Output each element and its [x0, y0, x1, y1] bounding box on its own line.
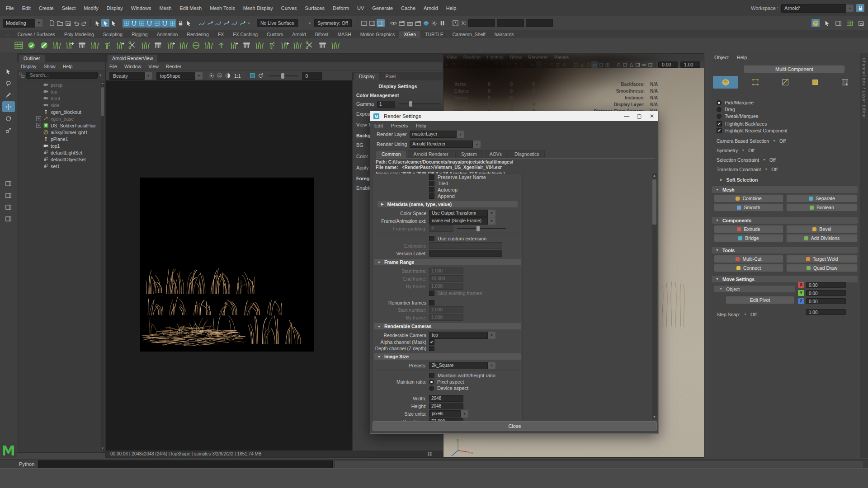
chevron-right-icon[interactable]: ▶: [720, 178, 722, 182]
shelf-tab-arnold[interactable]: Arnold: [288, 31, 310, 38]
checkbox[interactable]: ✔: [429, 339, 434, 345]
outliner-item-top[interactable]: top: [17, 88, 105, 95]
outliner-item-set1[interactable]: set1: [17, 163, 105, 169]
shelf-tab-fx-caching[interactable]: FX Caching: [228, 31, 262, 38]
panel-layout-icon-3[interactable]: [377, 19, 385, 27]
outliner-item-aiskydomelight1[interactable]: aiSkyDomeLight1: [17, 129, 105, 136]
section-tools[interactable]: ▼Tools: [712, 247, 858, 253]
snap-toggle-6[interactable]: [161, 19, 169, 28]
xgen-guides-to-curves-icon[interactable]: [241, 39, 252, 51]
button-quad-draw[interactable]: Quad Draw: [786, 264, 858, 272]
status-grid-icon[interactable]: [427, 450, 433, 457]
button-multi-cut[interactable]: Multi-Cut: [714, 255, 783, 263]
dialog-tab-common[interactable]: Common: [376, 150, 407, 158]
rotate-tool-button[interactable]: [2, 113, 15, 124]
button-combine[interactable]: Combine: [714, 194, 783, 202]
axis-y-field[interactable]: 0.00: [806, 290, 846, 296]
outliner-search-input[interactable]: Search...: [26, 72, 98, 79]
tab-pixel[interactable]: Pixel: [381, 73, 400, 80]
menu-create[interactable]: Create: [35, 4, 58, 12]
xgen-enable-preview-icon[interactable]: [25, 39, 37, 51]
dialog-scroll-thumb[interactable]: [652, 179, 656, 225]
chevron-down-icon[interactable]: ▼: [488, 362, 495, 369]
radio-drag[interactable]: Drag: [717, 106, 735, 113]
outliner-item-xgen-base[interactable]: +xgen_base: [17, 115, 105, 122]
xgen-attach-description-icon[interactable]: [76, 39, 88, 51]
dropdown-size-units[interactable]: pixels: [429, 410, 461, 418]
xgen-comb-brush-icon[interactable]: [89, 39, 100, 51]
menu-surfaces[interactable]: Surfaces: [301, 4, 329, 12]
redo-icon[interactable]: [80, 19, 88, 27]
xgen-modifier-coil-icon[interactable]: [316, 39, 328, 51]
gamma-field[interactable]: 1: [377, 101, 395, 108]
xgen-create-description-icon[interactable]: [51, 39, 62, 51]
xgen-curves-to-guides-icon[interactable]: [253, 39, 265, 51]
xgen-editor-icon[interactable]: [13, 39, 24, 51]
select-object-icon[interactable]: [109, 19, 118, 27]
lock-selection-icon[interactable]: [176, 19, 184, 27]
render-camera-selector[interactable]: topShape▼: [156, 72, 203, 80]
drop-transform-constraint[interactable]: Transform Constraint▼Off: [717, 166, 778, 173]
checkbox[interactable]: [429, 291, 434, 296]
outliner-scroll-thumb[interactable]: [101, 87, 104, 116]
select-hierarchy-icon[interactable]: [101, 19, 109, 27]
panel-layout-icon-1[interactable]: [360, 19, 368, 27]
radio-indicator[interactable]: [717, 114, 722, 119]
render-view-icon[interactable]: [390, 19, 398, 27]
tool-mode-dropdown-arrow[interactable]: ▼: [35, 19, 42, 27]
chevron-down-icon[interactable]: ▼: [719, 287, 722, 291]
rgba-channels-icon[interactable]: rgb: [215, 72, 223, 80]
curve-snap-icon-5[interactable]: [230, 19, 238, 27]
outliner-item-us-soldierfacialhair[interactable]: +US_SoldierFacialHair: [17, 122, 105, 129]
dialog-tab-system[interactable]: System: [455, 150, 483, 158]
crop-region-icon[interactable]: [249, 72, 257, 80]
xgen-export-patches-icon[interactable]: [266, 39, 278, 51]
display-render-settings-icon[interactable]: [430, 19, 439, 27]
snap-toggle-2[interactable]: [130, 19, 138, 28]
shelf-tab-cameron-shelf[interactable]: Cameron_Shelf: [448, 31, 490, 38]
menu-arnold[interactable]: Arnold: [420, 4, 442, 12]
section-metadata-name-type-value[interactable]: ▶Metadata (name, type, value): [377, 201, 518, 207]
menu-mesh-tools[interactable]: Mesh Tools: [206, 4, 239, 12]
step-snap-field[interactable]: 1.00: [806, 309, 846, 315]
xgen-modifier-noise-icon[interactable]: [329, 39, 341, 51]
aov-selector[interactable]: Beauty▼: [109, 72, 152, 80]
symmetry-field[interactable]: Symmetry: Off: [314, 19, 352, 27]
shelf-tab-poly-modeling[interactable]: Poly Modeling: [60, 31, 99, 38]
dropdown-color-space[interactable]: Use Output Transform: [429, 210, 488, 217]
vertex-mode-button[interactable]: [743, 76, 768, 89]
curve-snap-icon-1[interactable]: [198, 19, 206, 27]
renderview-menu-file[interactable]: File: [106, 64, 121, 69]
save-icon[interactable]: [64, 19, 72, 27]
outliner-item-pplane1[interactable]: pPlane1: [17, 136, 105, 142]
radio-indicator[interactable]: [429, 386, 434, 391]
chevron-down-icon[interactable]: ▼: [461, 410, 468, 418]
menu-file[interactable]: File: [2, 4, 18, 12]
outliner-item-top1[interactable]: top1: [17, 142, 105, 149]
outliner-menu-show[interactable]: Show: [40, 64, 59, 69]
checkbox[interactable]: [429, 181, 434, 186]
shelf-tab-fx[interactable]: FX: [213, 31, 228, 38]
maximize-icon[interactable]: ▢: [633, 111, 646, 121]
workspace-lock-icon[interactable]: [856, 4, 864, 12]
xgen-place-guides-icon[interactable]: [139, 39, 151, 51]
shelf-menu-icon[interactable]: ≡: [6, 32, 9, 38]
outliner-item-defaultlightset[interactable]: defaultLightSet: [17, 149, 105, 156]
select-tool-icon[interactable]: [93, 19, 101, 27]
checkbox[interactable]: [429, 300, 434, 305]
multi-component-button[interactable]: Multi-Component: [744, 65, 845, 73]
render-using-dropdown-arrow[interactable]: ▼: [473, 141, 481, 148]
outliner-item-persp[interactable]: persp: [17, 81, 105, 88]
snap-toggle-1[interactable]: [123, 19, 130, 28]
workspace-toggle-icon-2[interactable]: [823, 19, 831, 27]
command-language-toggle[interactable]: Python: [19, 461, 34, 467]
dropdown-renderable-camera[interactable]: top: [429, 332, 488, 339]
outliner-item-front[interactable]: front: [17, 95, 105, 102]
expand-icon[interactable]: +: [36, 123, 41, 128]
outliner-menu-help[interactable]: Help: [59, 64, 76, 69]
uv-mode-button[interactable]: [832, 76, 858, 89]
shelf-tab-turtle[interactable]: TURTLE: [420, 31, 448, 38]
input-by-frame[interactable]: 1.000: [429, 283, 463, 290]
button-bevel[interactable]: Bevel: [786, 225, 858, 233]
snap-toggle-5[interactable]: [153, 19, 161, 28]
